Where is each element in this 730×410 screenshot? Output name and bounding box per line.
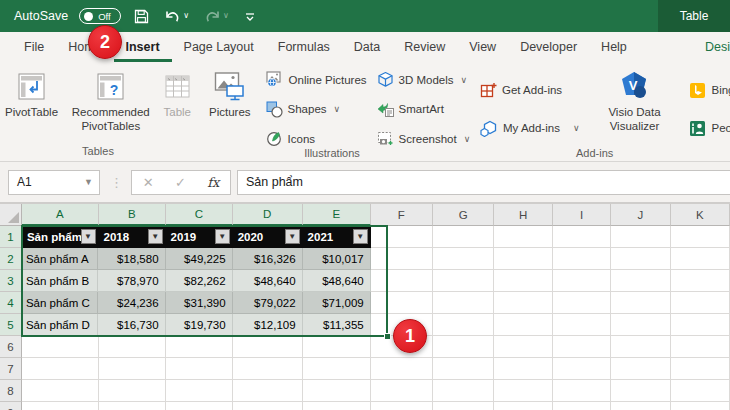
- column-header-A[interactable]: A: [22, 204, 99, 226]
- tab-insert[interactable]: Insert: [114, 32, 172, 62]
- select-all-button[interactable]: [0, 204, 22, 226]
- row-header-3[interactable]: 3: [0, 270, 22, 292]
- shapes-button[interactable]: Shapes ∨: [266, 101, 367, 118]
- row-header-7[interactable]: 7: [0, 358, 22, 380]
- cell-E5[interactable]: $11,355: [303, 314, 371, 336]
- my-add-ins-button[interactable]: My Add-ins ∨: [480, 120, 579, 137]
- cell-F2[interactable]: [371, 248, 433, 270]
- recommended-pivottables-button[interactable]: ? Recommended PivotTables: [65, 69, 156, 136]
- table-header-cell-C1[interactable]: 2019▼: [166, 226, 233, 248]
- name-box-dropdown-icon[interactable]: ▼: [84, 177, 93, 187]
- cell-F7[interactable]: [371, 358, 433, 380]
- row-header-1[interactable]: 1: [0, 226, 22, 248]
- name-box[interactable]: A1 ▼: [8, 170, 100, 195]
- cell-H5[interactable]: [494, 314, 552, 336]
- cell-H9[interactable]: [494, 402, 552, 410]
- cell-G8[interactable]: [433, 380, 494, 402]
- cell-A7[interactable]: [22, 358, 99, 380]
- cell-C9[interactable]: [166, 402, 233, 410]
- column-header-E[interactable]: E: [303, 204, 371, 226]
- cell-H4[interactable]: [494, 292, 552, 314]
- cell-E8[interactable]: [303, 380, 371, 402]
- customize-quick-access-button[interactable]: [242, 9, 258, 24]
- pivottable-button[interactable]: PivotTable: [0, 69, 63, 121]
- cell-D2[interactable]: $16,326: [233, 248, 303, 270]
- tab-view[interactable]: View: [457, 32, 508, 62]
- cell-I7[interactable]: [553, 358, 611, 380]
- cell-E4[interactable]: $71,009: [303, 292, 371, 314]
- online-pictures-button[interactable]: Online Pictures: [266, 71, 367, 88]
- formula-bar-grip[interactable]: ⋮: [110, 175, 123, 190]
- cell-K1[interactable]: [671, 226, 730, 248]
- cell-H7[interactable]: [494, 358, 552, 380]
- tab-review[interactable]: Review: [392, 32, 457, 62]
- cell-K2[interactable]: [671, 248, 730, 270]
- cell-C5[interactable]: $19,730: [166, 314, 233, 336]
- cell-B7[interactable]: [99, 358, 166, 380]
- cell-K7[interactable]: [671, 358, 730, 380]
- table-header-cell-A1[interactable]: Sản phẩm▼: [22, 226, 99, 248]
- tab-page-layout[interactable]: Page Layout: [172, 32, 266, 62]
- table-header-cell-D1[interactable]: 2020▼: [233, 226, 303, 248]
- cell-D7[interactable]: [233, 358, 303, 380]
- cell-A3[interactable]: Sản phẩm B: [22, 270, 99, 292]
- cell-J7[interactable]: [611, 358, 670, 380]
- cell-G4[interactable]: [433, 292, 494, 314]
- cell-B8[interactable]: [99, 380, 166, 402]
- cell-G7[interactable]: [433, 358, 494, 380]
- cell-E9[interactable]: [303, 402, 371, 410]
- filter-button[interactable]: ▼: [285, 229, 300, 244]
- cell-H2[interactable]: [494, 248, 552, 270]
- cell-G6[interactable]: [433, 336, 494, 358]
- tab-developer[interactable]: Developer: [508, 32, 589, 62]
- cell-J9[interactable]: [611, 402, 670, 410]
- cell-B9[interactable]: [99, 402, 166, 410]
- cell-E3[interactable]: $48,640: [303, 270, 371, 292]
- tab-formulas[interactable]: Formulas: [266, 32, 342, 62]
- cell-A9[interactable]: [22, 402, 99, 410]
- redo-button[interactable]: ∨: [202, 7, 231, 26]
- get-add-ins-button[interactable]: Get Add-ins: [480, 82, 579, 99]
- cell-D8[interactable]: [233, 380, 303, 402]
- cell-H3[interactable]: [494, 270, 552, 292]
- cell-G1[interactable]: [433, 226, 494, 248]
- column-header-G[interactable]: G: [433, 204, 494, 226]
- cell-J8[interactable]: [611, 380, 670, 402]
- confirm-entry-icon[interactable]: ✓: [175, 175, 186, 190]
- cell-C4[interactable]: $31,390: [166, 292, 233, 314]
- cell-I5[interactable]: [553, 314, 611, 336]
- cell-H8[interactable]: [494, 380, 552, 402]
- cell-J6[interactable]: [611, 336, 670, 358]
- cell-I6[interactable]: [553, 336, 611, 358]
- cell-I2[interactable]: [553, 248, 611, 270]
- row-header-4[interactable]: 4: [0, 292, 22, 314]
- cell-B3[interactable]: $78,970: [98, 270, 165, 292]
- cell-G5[interactable]: [433, 314, 494, 336]
- cell-B6[interactable]: [99, 336, 166, 358]
- bing-maps-button[interactable]: Bing Maps: [689, 82, 730, 99]
- visio-data-visualizer-button[interactable]: V Visio Data Visualizer: [593, 69, 675, 136]
- cell-C8[interactable]: [166, 380, 233, 402]
- cell-A6[interactable]: [22, 336, 99, 358]
- cell-H6[interactable]: [494, 336, 552, 358]
- cell-E6[interactable]: [303, 336, 371, 358]
- people-graph-button[interactable]: People Graph: [689, 120, 730, 137]
- cell-K9[interactable]: [671, 402, 730, 410]
- undo-button[interactable]: ∨: [162, 7, 191, 26]
- cell-B2[interactable]: $18,580: [98, 248, 165, 270]
- tab-design[interactable]: Design: [693, 32, 730, 62]
- cell-I4[interactable]: [553, 292, 611, 314]
- cell-G3[interactable]: [433, 270, 494, 292]
- tab-help[interactable]: Help: [589, 32, 639, 62]
- cell-K6[interactable]: [671, 336, 730, 358]
- row-header-9[interactable]: 9: [0, 402, 22, 410]
- filter-button[interactable]: ▼: [148, 229, 163, 244]
- cell-J1[interactable]: [611, 226, 670, 248]
- cell-D3[interactable]: $48,640: [233, 270, 303, 292]
- smartart-button[interactable]: SmartArt: [377, 101, 471, 118]
- insert-function-icon[interactable]: fx: [207, 175, 219, 190]
- table-header-cell-B1[interactable]: 2018▼: [99, 226, 166, 248]
- cell-A8[interactable]: [22, 380, 99, 402]
- cell-D5[interactable]: $12,109: [233, 314, 303, 336]
- screenshot-button[interactable]: Screenshot ∨: [377, 130, 471, 147]
